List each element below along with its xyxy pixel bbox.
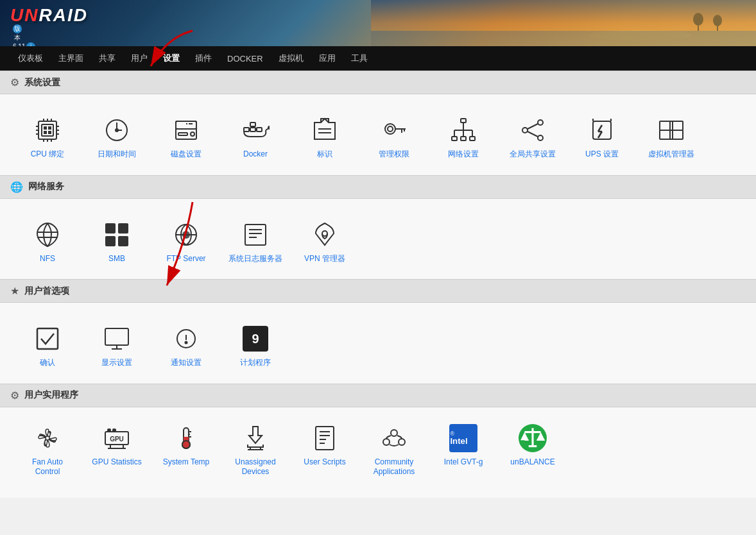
nav-item-plugins[interactable]: 插件	[187, 46, 219, 71]
version-label: 版本 6.11.5 i	[10, 24, 88, 46]
nav-item-dashboard[interactable]: 仪表板	[10, 46, 51, 71]
app-disk-settings[interactable]: 磁盘设置	[154, 110, 218, 165]
globe-icon: 🌐	[10, 181, 23, 193]
svg-rect-79	[118, 236, 128, 246]
app-nfs[interactable]: NFS	[15, 214, 80, 269]
section-header-system-settings: ⚙ 系统设置	[0, 71, 756, 94]
ftp-label: FTP Server	[166, 254, 205, 264]
app-global-share[interactable]: 全局共享设置	[501, 110, 565, 165]
svg-rect-77	[118, 223, 128, 234]
app-ftp[interactable]: FTP Server	[154, 214, 218, 269]
network-icon	[448, 115, 479, 146]
notification-icon	[171, 323, 202, 354]
app-notifications[interactable]: 通知设置	[154, 318, 218, 373]
app-unbalance[interactable]: unBALANCE	[501, 418, 565, 482]
svg-rect-33	[178, 133, 187, 135]
app-management[interactable]: 管理权限	[362, 110, 426, 165]
app-cpu-bind[interactable]: CPU 绑定	[15, 110, 80, 165]
svg-rect-9	[42, 124, 53, 136]
balance-icon	[517, 423, 548, 454]
svg-point-5	[713, 15, 722, 26]
nav-item-apps[interactable]: 应用	[311, 46, 343, 71]
app-identification[interactable]: 标识	[293, 110, 357, 165]
community-icon	[379, 423, 409, 454]
sys-temp-label: System Temp	[163, 457, 209, 468]
nav-item-vms[interactable]: 虚拟机	[271, 46, 311, 71]
app-confirm[interactable]: 确认	[15, 318, 80, 373]
temp-icon	[171, 423, 202, 454]
app-network[interactable]: 网络设置	[431, 110, 495, 165]
svg-rect-23	[49, 127, 51, 129]
scripts-icon	[309, 423, 340, 454]
display-label: 显示设置	[101, 358, 132, 368]
vpn-label: VPN 管理器	[304, 254, 345, 264]
app-docker[interactable]: Docker	[223, 110, 288, 165]
star-icon: ★	[10, 285, 19, 297]
share-icon	[517, 115, 548, 146]
docker-label: Docker	[243, 149, 268, 160]
unbalance-label: unBALANCE	[510, 457, 554, 468]
nav-item-main[interactable]: 主界面	[51, 46, 91, 71]
banner-decoration	[371, 0, 756, 46]
ups-icon	[587, 115, 617, 146]
section-header-utils: ⚙ 用户实用程序	[0, 384, 756, 407]
datetime-label: 日期和时间	[98, 149, 136, 160]
nfs-label: NFS	[40, 254, 55, 264]
nav-item-settings[interactable]: 设置	[155, 46, 187, 71]
app-ups[interactable]: UPS 设置	[570, 110, 634, 165]
app-scheduler[interactable]: 9 计划程序	[223, 318, 288, 373]
app-fan-control[interactable]: Fan Auto Control	[15, 418, 80, 482]
svg-point-29	[116, 129, 118, 132]
smb-label: SMB	[108, 254, 125, 264]
section-body-prefs: 确认 显示设置	[0, 303, 756, 384]
nav-item-users[interactable]: 用户	[123, 46, 155, 71]
logo-text: UNRAID	[10, 5, 88, 26]
app-gpu-stats[interactable]: GPU GPU Statistics	[85, 418, 149, 482]
network-label: 网络设置	[448, 149, 479, 160]
vpn-icon	[309, 219, 340, 250]
svg-rect-38	[250, 128, 255, 132]
nav-item-docker[interactable]: DOCKER	[219, 46, 271, 71]
vm-icon	[656, 115, 687, 146]
app-smb[interactable]: SMB	[85, 214, 149, 269]
svg-point-122	[399, 439, 405, 445]
app-intel-gvt[interactable]: Intel ® Intel GVT-g	[431, 418, 495, 482]
confirm-icon	[32, 323, 63, 354]
smb-icon	[101, 219, 132, 250]
svg-rect-22	[44, 127, 46, 129]
svg-point-121	[383, 439, 390, 445]
app-syslog[interactable]: 系统日志服务器	[223, 214, 288, 269]
svg-point-34	[191, 132, 194, 136]
nav-item-tools[interactable]: 工具	[343, 46, 375, 71]
app-sys-temp[interactable]: System Temp	[154, 418, 218, 482]
cpu-bind-icon	[32, 115, 63, 146]
svg-point-42	[268, 126, 270, 129]
info-icon: i	[26, 42, 35, 46]
section-body-network: NFS SMB	[0, 199, 756, 280]
svg-point-45	[385, 124, 395, 134]
svg-text:GPU: GPU	[110, 436, 124, 443]
app-vpn[interactable]: VPN 管理器	[293, 214, 357, 269]
datetime-icon	[101, 115, 132, 146]
app-datetime[interactable]: 日期和时间	[85, 110, 149, 165]
notifications-label: 通知设置	[171, 358, 202, 368]
svg-point-61	[538, 135, 543, 140]
svg-rect-51	[452, 137, 457, 140]
app-user-scripts[interactable]: User Scripts	[293, 418, 357, 482]
app-vm-manager[interactable]: 虚拟机管理器	[639, 110, 703, 165]
identification-icon	[309, 115, 340, 146]
svg-rect-53	[470, 137, 475, 140]
main-content: ⚙ 系统设置 CPU 绑定	[0, 71, 756, 498]
app-display[interactable]: 显示设置	[85, 318, 149, 373]
app-community-apps[interactable]: Community Applications	[362, 418, 426, 482]
display-icon	[101, 323, 132, 354]
fan-label: Fan Auto Control	[21, 457, 74, 477]
logo[interactable]: UNRAID 版本 6.11.5 i	[10, 5, 88, 46]
disk-icon	[171, 115, 202, 146]
svg-rect-89	[105, 328, 128, 345]
svg-line-62	[528, 124, 538, 129]
docker-icon	[240, 115, 271, 146]
app-unassigned[interactable]: Unassigned Devices	[223, 418, 288, 482]
svg-rect-76	[105, 223, 116, 234]
nav-item-shares[interactable]: 共享	[91, 46, 123, 71]
